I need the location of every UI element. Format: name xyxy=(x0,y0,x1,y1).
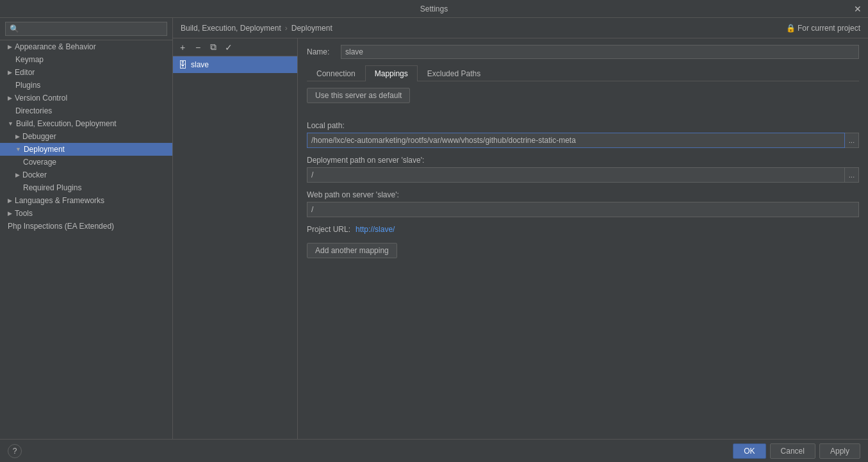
local-path-row: … xyxy=(307,133,859,148)
cancel-button[interactable]: Cancel xyxy=(770,443,815,459)
default-server-wrapper: Use this server as default xyxy=(307,88,859,112)
sidebar-item-keymap[interactable]: Keymap xyxy=(0,53,172,66)
server-item-slave[interactable]: 🗄 slave xyxy=(173,56,297,73)
sidebar-tree: ▶Appearance & BehaviorKeymap▶EditorPlugi… xyxy=(0,40,172,233)
sidebar-item-required-plugins[interactable]: Required Plugins xyxy=(0,181,172,194)
deployment-path-input[interactable] xyxy=(307,167,845,183)
server-list: + − ⧉ ✓ 🗄 slave xyxy=(173,38,298,439)
bottom-buttons: OK Cancel Apply xyxy=(733,443,860,459)
remove-server-button[interactable]: − xyxy=(191,40,205,54)
name-label: Name: xyxy=(307,47,336,56)
for-current-project: 🔒 For current project xyxy=(786,24,860,33)
sidebar-item-build-exec-deploy[interactable]: ▼Build, Execution, Deployment xyxy=(0,117,172,130)
sidebar-item-editor[interactable]: ▶Editor xyxy=(0,66,172,79)
help-button[interactable]: ? xyxy=(8,444,22,458)
server-list-items: 🗄 slave xyxy=(173,56,297,439)
copy-server-button[interactable]: ⧉ xyxy=(206,40,220,54)
server-list-toolbar: + − ⧉ ✓ xyxy=(173,38,297,56)
sidebar-item-appearance[interactable]: ▶Appearance & Behavior xyxy=(0,40,172,53)
close-button[interactable]: ✕ xyxy=(853,4,863,14)
breadcrumb-current: Deployment xyxy=(291,24,332,33)
local-path-group: Local path: … xyxy=(307,121,859,148)
search-input[interactable] xyxy=(5,22,167,36)
bottom-bar: ? OK Cancel Apply xyxy=(0,439,868,462)
settings-panel: Name: ConnectionMappingsExcluded Paths U… xyxy=(298,38,868,439)
sidebar: ▶Appearance & BehaviorKeymap▶EditorPlugi… xyxy=(0,18,173,439)
deployment-path-group: Deployment path on server 'slave': … xyxy=(307,156,859,183)
sidebar-item-deployment[interactable]: ▼Deployment xyxy=(0,143,172,156)
breadcrumb-parent: Build, Execution, Deployment xyxy=(181,24,281,33)
window-title: Settings xyxy=(420,4,448,13)
search-box xyxy=(0,18,172,40)
apply-button[interactable]: Apply xyxy=(819,443,860,459)
project-url-row: Project URL: http://slave/ xyxy=(307,225,859,234)
project-url-link[interactable]: http://slave/ xyxy=(356,225,395,234)
title-bar: Settings ✕ xyxy=(0,0,868,18)
breadcrumb-separator: › xyxy=(285,24,288,33)
server-panel: + − ⧉ ✓ 🗄 slave Name: xyxy=(173,38,868,439)
check-server-button[interactable]: ✓ xyxy=(222,40,236,54)
server-icon: 🗄 xyxy=(178,60,187,70)
tab-excluded-paths[interactable]: Excluded Paths xyxy=(418,65,490,81)
deployment-path-label: Deployment path on server 'slave': xyxy=(307,156,859,165)
tabs: ConnectionMappingsExcluded Paths xyxy=(307,65,859,81)
web-path-label: Web path on server 'slave': xyxy=(307,190,859,199)
sidebar-item-tools[interactable]: ▶Tools xyxy=(0,207,172,220)
sidebar-item-version-control[interactable]: ▶Version Control xyxy=(0,92,172,104)
sidebar-item-plugins[interactable]: Plugins xyxy=(0,79,172,92)
main-container: ▶Appearance & BehaviorKeymap▶EditorPlugi… xyxy=(0,18,868,439)
content-area: Build, Execution, Deployment › Deploymen… xyxy=(173,18,868,439)
web-path-input[interactable] xyxy=(307,202,859,217)
name-row: Name: xyxy=(307,45,859,59)
breadcrumb-bar: Build, Execution, Deployment › Deploymen… xyxy=(173,18,868,38)
tab-connection[interactable]: Connection xyxy=(307,65,365,81)
tab-mappings[interactable]: Mappings xyxy=(365,65,418,81)
local-path-input[interactable] xyxy=(307,133,845,148)
server-item-label: slave xyxy=(191,60,209,69)
add-server-button[interactable]: + xyxy=(176,40,190,54)
sidebar-item-php-inspections[interactable]: Php Inspections (EA Extended) xyxy=(0,220,172,233)
deployment-path-row: … xyxy=(307,167,859,183)
local-path-browse-button[interactable]: … xyxy=(845,133,859,148)
name-input[interactable] xyxy=(341,45,859,59)
sidebar-item-languages-frameworks[interactable]: ▶Languages & Frameworks xyxy=(0,194,172,207)
ok-button[interactable]: OK xyxy=(733,443,766,459)
sidebar-item-directories[interactable]: Directories xyxy=(0,104,172,117)
web-path-group: Web path on server 'slave': xyxy=(307,190,859,217)
sidebar-item-debugger[interactable]: ▶Debugger xyxy=(0,130,172,143)
sidebar-item-coverage[interactable]: Coverage xyxy=(0,156,172,169)
project-url-label: Project URL: xyxy=(307,225,350,234)
default-server-button[interactable]: Use this server as default xyxy=(307,88,410,103)
sidebar-item-docker[interactable]: ▶Docker xyxy=(0,169,172,181)
add-mapping-button[interactable]: Add another mapping xyxy=(307,243,397,258)
deployment-path-browse-button[interactable]: … xyxy=(845,167,859,183)
local-path-label: Local path: xyxy=(307,121,859,130)
